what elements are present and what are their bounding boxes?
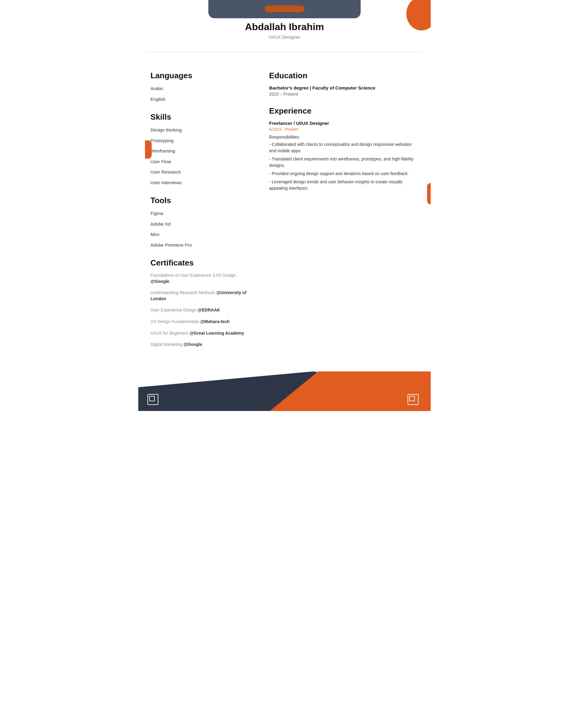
tool-adobe-premiere: Adobe Premiere Pro <box>150 242 251 249</box>
cert-org-edraak: @EDRAAK <box>198 308 220 312</box>
skill-user-flow: User Flow <box>150 158 251 165</box>
cert-org-university-london: @University of London <box>150 290 246 301</box>
experience-job-title: Freelancer / UI/UX Designer <box>269 121 419 126</box>
education-title: Education <box>269 71 419 80</box>
skill-user-interviews: User interviews <box>150 179 251 186</box>
tool-miro: Miro <box>150 231 251 238</box>
footer-icon-right <box>408 394 419 405</box>
cert-uiux-beginners: UI/UX for Beginners @Great Learning Acad… <box>150 330 251 336</box>
exp-bullet-1: - Collaborated with clients to conceptua… <box>269 141 419 154</box>
cert-org-google-2: @Google <box>183 342 202 347</box>
cert-ux-design-edraak: User Experience Design @EDRAAK <box>150 307 251 313</box>
languages-title: Languages <box>150 71 251 80</box>
skill-prototyping: Prototyping <box>150 137 251 144</box>
left-column: Languages Arabic English Skills Design t… <box>150 61 263 353</box>
cert-org-mahara: @Mahara-tech <box>200 319 229 324</box>
orange-side-decoration <box>145 140 152 159</box>
exp-bullet-2: - Translated client requirements into wi… <box>269 156 419 169</box>
footer-icon-left <box>147 394 158 405</box>
header-orange-pill <box>265 5 304 12</box>
tools-title: Tools <box>150 196 251 205</box>
education-years: 2023 – Present <box>269 92 419 97</box>
main-content: Languages Arabic English Skills Design t… <box>138 55 431 359</box>
right-column: Education Bachelor's degree | Faculty of… <box>263 61 419 353</box>
cert-digital-marketing: Digital Marketing @Google <box>150 342 251 348</box>
responsibilities-label: Responsibilities: <box>269 135 419 139</box>
cert-google-ux: Foundations of User Experience (UX) Desi… <box>150 273 251 284</box>
orange-right-decoration <box>427 183 431 204</box>
skill-wireframing: Wireframing <box>150 148 251 155</box>
cert-org-great-learning: @Great Learning Academy <box>189 331 244 336</box>
footer <box>138 371 431 411</box>
header-name: Abdallah Ibrahim <box>144 21 425 33</box>
experience-date: 6/2023 - Present <box>269 127 419 132</box>
certificates-title: Certificates <box>150 258 251 268</box>
tool-figma: Figma <box>150 210 251 217</box>
section-divider <box>147 52 422 52</box>
education-degree: Bachelor's degree | Faculty of Computer … <box>269 85 419 90</box>
header: Abdallah Ibrahim UI/UX Designer <box>138 0 431 49</box>
experience-title: Experience <box>269 106 419 116</box>
skill-design-thinking: Design thinking <box>150 127 251 134</box>
skill-user-research: User Research <box>150 169 251 176</box>
exp-bullet-3: - Provided ongoing design support and it… <box>269 171 419 177</box>
cert-research-methods: Understanding Research Methods @Universi… <box>150 290 251 302</box>
cert-org-google: @Google <box>150 279 169 284</box>
language-english: English <box>150 96 251 103</box>
cert-ux-fundamentals: UX Design Fundamentals @Mahara-tech <box>150 319 251 325</box>
language-arabic: Arabic <box>150 85 251 92</box>
tool-adobe-xd: Adobe Xd <box>150 221 251 228</box>
skills-title: Skills <box>150 112 251 122</box>
header-title: UI/UX Designer <box>144 34 425 40</box>
exp-bullet-4: - Leveraged design trends and user behav… <box>269 179 419 192</box>
